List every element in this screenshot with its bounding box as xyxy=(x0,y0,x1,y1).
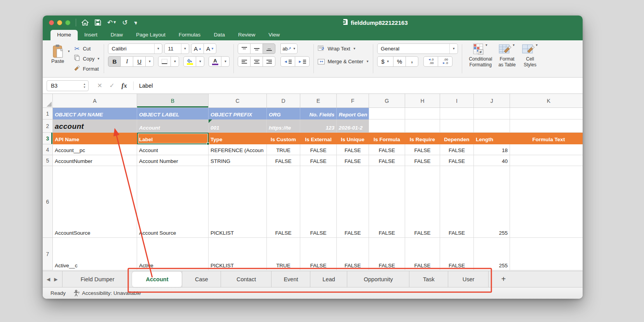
sheet-tab-opportunity[interactable]: Opportunity xyxy=(347,271,409,287)
col-header-J[interactable]: J xyxy=(474,94,510,108)
cell-A6[interactable]: AccountSource xyxy=(53,166,137,238)
row-header-5[interactable]: 5 xyxy=(43,155,53,166)
cell-A2[interactable]: account xyxy=(53,119,137,133)
col-header-A[interactable]: A xyxy=(53,94,137,108)
underline-button[interactable]: U xyxy=(133,56,146,67)
ribbon-tab-review[interactable]: Review xyxy=(231,30,262,40)
cell-styles-button[interactable]: ▼ CellStyles xyxy=(519,43,541,68)
cell-A4[interactable]: Account__pc xyxy=(53,144,137,155)
cell-I3[interactable]: Dependen xyxy=(440,133,474,144)
comma-format-button[interactable]: , xyxy=(406,56,418,67)
undo-icon[interactable]: ↶▼ xyxy=(107,19,116,26)
cell-H1[interactable] xyxy=(405,108,440,119)
cell-E7[interactable]: FALSE xyxy=(300,238,337,270)
align-middle-button[interactable] xyxy=(250,43,263,54)
cell-G2[interactable] xyxy=(369,119,405,133)
cell-D3[interactable]: Is Custom xyxy=(267,133,300,144)
ribbon-tab-draw[interactable]: Draw xyxy=(104,30,130,40)
sheet-tab-task[interactable]: Task xyxy=(409,271,448,287)
add-sheet-button[interactable]: + xyxy=(497,275,510,284)
ribbon-tab-formulas[interactable]: Formulas xyxy=(172,30,207,40)
accessibility-status[interactable]: ? Accessibility: Unavailable xyxy=(73,290,141,296)
fill-color-dropdown-icon[interactable]: ▼ xyxy=(196,56,204,67)
sheet-tab-account[interactable]: Account xyxy=(132,272,182,287)
conditional-formatting-button[interactable]: ≠ ▼ ConditionalFormatting xyxy=(466,43,495,68)
number-format-select[interactable]: General ▼ xyxy=(377,43,458,54)
align-left-button[interactable] xyxy=(238,56,251,67)
cell-K4[interactable] xyxy=(510,144,583,155)
currency-format-button[interactable]: $▼ xyxy=(377,56,393,67)
sheet-nav-right-icon[interactable]: ▶ xyxy=(54,277,57,282)
row-header-4[interactable]: 4 xyxy=(43,144,53,155)
sheet-tab-lead[interactable]: Lead xyxy=(310,271,347,287)
row-header-1[interactable]: 1 xyxy=(43,108,53,119)
orientation-button[interactable]: ab↗ ▼ xyxy=(280,43,298,54)
font-size-dropdown-icon[interactable]: ▼ xyxy=(181,44,189,54)
cell-H3[interactable]: Is Require xyxy=(405,133,440,144)
undo-dropdown-icon[interactable]: ▼ xyxy=(113,21,116,24)
wrap-text-dropdown-icon[interactable]: ▼ xyxy=(353,47,356,50)
cell-E3[interactable]: Is External xyxy=(300,133,337,144)
minimize-window-button[interactable] xyxy=(57,20,62,25)
borders-button[interactable] xyxy=(158,56,171,67)
italic-button[interactable]: I xyxy=(120,56,133,67)
cell-C4[interactable]: REFERENCE (Accoun xyxy=(209,144,267,155)
cell-J7[interactable]: 255 xyxy=(474,238,510,270)
cell-C1[interactable]: OBJECT PREFIX xyxy=(209,108,267,119)
cell-F5[interactable]: FALSE xyxy=(337,155,369,166)
font-name-select[interactable]: Calibri ▼ xyxy=(108,43,162,54)
merge-center-dropdown-icon[interactable]: ▼ xyxy=(366,60,369,63)
cell-F1[interactable]: Report Gen xyxy=(337,108,369,119)
cell-I4[interactable]: FALSE xyxy=(440,144,474,155)
cell-F7[interactable]: FALSE xyxy=(337,238,369,270)
align-top-button[interactable] xyxy=(238,43,251,54)
quick-access-menu-icon[interactable]: ━▼ xyxy=(134,21,137,24)
fill-handle[interactable] xyxy=(207,142,209,145)
cell-E4[interactable]: FALSE xyxy=(300,144,337,155)
row-header-6[interactable]: 6 xyxy=(43,166,53,238)
cell-H7[interactable]: FALSE xyxy=(405,238,440,270)
select-all-corner[interactable] xyxy=(43,94,53,108)
insert-function-icon[interactable]: fx xyxy=(122,82,127,90)
cell-C5[interactable]: STRING xyxy=(209,155,267,166)
name-box[interactable]: B3 ▲▼ xyxy=(47,80,89,91)
cell-J5[interactable]: 40 xyxy=(474,155,510,166)
cell-C3[interactable]: Type xyxy=(209,133,267,144)
cell-A1[interactable]: OBJECT API NAME xyxy=(53,108,137,119)
cell-C7[interactable]: PICKLIST xyxy=(209,238,267,270)
cell-I1[interactable] xyxy=(440,108,474,119)
col-header-E[interactable]: E xyxy=(300,94,337,108)
cell-K2[interactable] xyxy=(510,119,583,133)
paste-button[interactable]: Paste xyxy=(50,43,66,65)
paste-dropdown-icon[interactable]: ▼ xyxy=(67,50,70,53)
cell-B2[interactable]: Account xyxy=(137,119,209,133)
col-header-D[interactable]: D xyxy=(267,94,300,108)
cell-K1[interactable] xyxy=(510,108,583,119)
cell-A3[interactable]: API Name xyxy=(53,133,137,144)
cell-styles-dropdown-icon[interactable]: ▼ xyxy=(535,43,538,47)
conditional-formatting-dropdown-icon[interactable]: ▼ xyxy=(485,43,488,47)
cell-A5[interactable]: AccountNumber xyxy=(53,155,137,166)
col-header-I[interactable]: I xyxy=(440,94,474,108)
sheet-tab-event[interactable]: Event xyxy=(271,271,310,287)
merge-center-button[interactable]: ↔ Merge & Center ▼ xyxy=(318,56,369,67)
save-icon[interactable] xyxy=(95,19,101,26)
cell-K7[interactable] xyxy=(510,238,583,270)
percent-format-button[interactable]: % xyxy=(393,56,406,67)
cell-I5[interactable]: FALSE xyxy=(440,155,474,166)
underline-dropdown-icon[interactable]: ▼ xyxy=(145,56,154,67)
borders-dropdown-icon[interactable]: ▼ xyxy=(171,56,179,67)
copy-dropdown-icon[interactable]: ▼ xyxy=(97,57,100,61)
decrease-font-size-button[interactable]: A▼ xyxy=(204,43,216,54)
cell-E2[interactable]: 123 xyxy=(300,119,337,133)
cell-I7[interactable]: FALSE xyxy=(440,238,474,270)
ribbon-tab-insert[interactable]: Insert xyxy=(78,30,104,40)
ribbon-tab-home[interactable]: Home xyxy=(50,30,78,40)
cell-I6[interactable]: FALSE xyxy=(440,166,474,238)
sheet-tab-field-dumper[interactable]: Field Dumper xyxy=(62,271,132,287)
cell-J2[interactable] xyxy=(474,119,510,133)
cell-B7[interactable]: Active xyxy=(137,238,209,270)
align-center-button[interactable] xyxy=(250,56,263,67)
cell-G5[interactable]: FALSE xyxy=(369,155,405,166)
cell-G3[interactable]: Is Formula xyxy=(369,133,405,144)
